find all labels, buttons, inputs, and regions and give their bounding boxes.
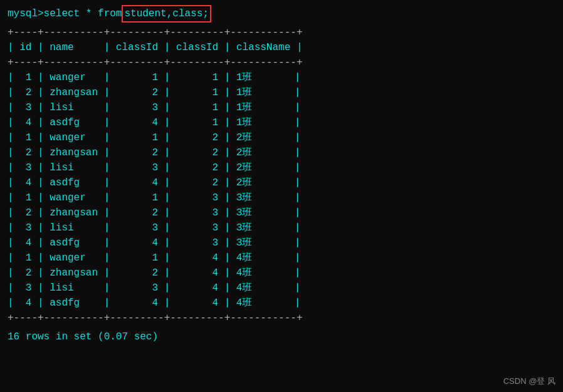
table-row: | 1 | wanger | 1 | 2 | 2班 | [8,130,555,145]
table-row: | 2 | zhangsan | 2 | 4 | 4班 | [8,266,555,281]
table-row: | 4 | asdfg | 4 | 2 | 2班 | [8,175,555,190]
terminal: mysql> select * from student,class; +---… [0,0,563,392]
table-row: | 2 | zhangsan | 2 | 3 | 3班 | [8,205,555,220]
command-highlight: student,class; [122,5,211,23]
table-row: | 4 | asdfg | 4 | 4 | 4班 | [8,296,555,311]
table-row: | 4 | asdfg | 4 | 1 | 1班 | [8,115,555,130]
table-row: | 3 | lisi | 3 | 1 | 1班 | [8,100,555,115]
table-row: | 1 | wanger | 1 | 4 | 4班 | [8,250,555,266]
table-row: | 3 | lisi | 3 | 4 | 4班 | [8,281,555,296]
table-row: | 2 | zhangsan | 2 | 1 | 1班 | [8,85,555,100]
watermark: CSDN @登 风 [503,375,555,388]
table-row: | 1 | wanger | 1 | 1 | 1班 | [8,70,555,85]
table-row: | 4 | asdfg | 4 | 3 | 3班 | [8,235,555,250]
command-line: mysql> select * from student,class; [8,5,555,23]
divider-top: +----+----------+---------+---------+---… [8,25,555,40]
table-row: | 3 | lisi | 3 | 3 | 3班 | [8,220,555,235]
prompt: mysql> [8,6,44,21]
table-body: | 1 | wanger | 1 | 1 | 1班 || 2 | zhangsa… [8,70,555,311]
table-row: | 1 | wanger | 1 | 3 | 3班 | [8,190,555,205]
divider-bottom: +----+----------+---------+---------+---… [8,311,555,326]
command-pre: select * from [44,6,122,21]
divider-header: +----+----------+---------+---------+---… [8,55,555,70]
table-row: | 3 | lisi | 3 | 2 | 2班 | [8,160,555,175]
header-row: | id | name | classId | classId | classN… [8,40,555,55]
footer-text: 16 rows in set (0.07 sec) [8,329,555,344]
table-row: | 2 | zhangsan | 2 | 2 | 2班 | [8,145,555,160]
table-container: +----+----------+---------+---------+---… [8,25,555,326]
